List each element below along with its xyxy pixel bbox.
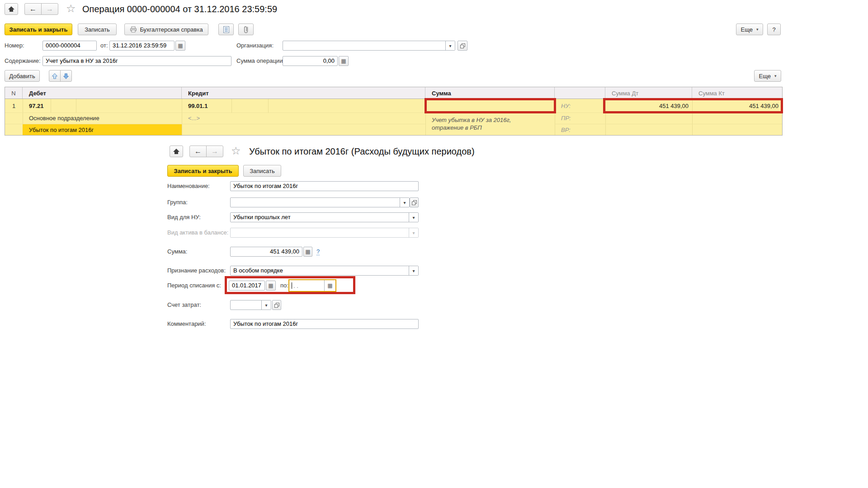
- recognition-label: Признание расходов:: [167, 266, 226, 276]
- home-button[interactable]: [170, 145, 183, 157]
- name-input[interactable]: Убыток по итогам 2016г: [230, 181, 419, 191]
- pr-tag-cell[interactable]: ПР:: [555, 113, 605, 124]
- sum-comment-line2: отражение в РБП: [432, 124, 511, 131]
- date-input[interactable]: 31.12.2016 23:59:59: [109, 41, 175, 51]
- debit-subconto-selected-cell[interactable]: Убыток по итогам 2016г: [23, 124, 182, 135]
- back-button[interactable]: ←: [189, 145, 207, 157]
- show-postings-button[interactable]: [218, 23, 234, 35]
- col-header-n[interactable]: N: [5, 87, 23, 99]
- forward-button[interactable]: →: [41, 3, 58, 15]
- chevron-down-icon[interactable]: ▾: [409, 213, 418, 222]
- operation-sum-label: Сумма операции:: [236, 56, 284, 66]
- printer-icon: [130, 26, 137, 33]
- chevron-down-icon: ▾: [756, 27, 759, 32]
- chevron-down-icon[interactable]: ▾: [400, 198, 409, 207]
- calculator-icon[interactable]: ▦: [303, 247, 312, 257]
- credit-account-cell[interactable]: 99.01.1: [182, 99, 231, 113]
- row-number-cell[interactable]: 1: [5, 99, 23, 113]
- cost-account-open-button[interactable]: [272, 300, 281, 310]
- sum-comment-line1: Учет убытка в НУ за 2016г,: [432, 116, 511, 124]
- document-list-icon: [223, 26, 230, 33]
- content-input[interactable]: Учет убытка в НУ за 2016г: [42, 56, 231, 66]
- sum-value: 451 439,00: [270, 247, 299, 256]
- favorite-star-icon[interactable]: ☆: [66, 3, 76, 14]
- credit-subconto-cell[interactable]: <...>: [182, 113, 425, 124]
- col-header-sum-kt[interactable]: Сумма Кт: [692, 87, 782, 99]
- open-in-new-icon: [274, 302, 280, 308]
- op-save-label: Записать: [85, 26, 110, 33]
- sum-help-link[interactable]: ?: [316, 248, 320, 255]
- chevron-down-icon[interactable]: ▾: [409, 266, 418, 275]
- cost-account-label: Счет затрат:: [167, 300, 201, 310]
- accounting-reference-button[interactable]: Бухгалтерская справка: [124, 23, 208, 35]
- annotation-box-sum: [425, 98, 556, 113]
- help-button[interactable]: ?: [767, 23, 781, 35]
- item-save-close-button[interactable]: Записать и закрыть: [167, 165, 239, 177]
- organization-open-button[interactable]: [458, 41, 467, 51]
- forward-icon: →: [46, 5, 53, 13]
- cost-account-combo[interactable]: ▾: [230, 300, 271, 310]
- open-in-new-icon: [460, 43, 466, 49]
- grid-more-button[interactable]: Еще ▾: [754, 70, 781, 82]
- col-header-debit[interactable]: Дебет: [23, 87, 182, 99]
- accounting-reference-label: Бухгалтерская справка: [140, 26, 203, 33]
- nu-kind-label: Вид для НУ:: [167, 212, 201, 222]
- organization-value: [283, 41, 445, 50]
- calculator-icon[interactable]: ▦: [339, 56, 349, 66]
- group-combo[interactable]: ▾: [230, 197, 410, 207]
- op-save-close-button[interactable]: Записать и закрыть: [5, 23, 72, 35]
- balance-kind-value: [231, 228, 409, 237]
- nu-kind-value: Убытки прошлых лет: [231, 213, 409, 222]
- forward-button[interactable]: →: [206, 145, 223, 157]
- comment-input[interactable]: Убыток по итогам 2016г: [230, 319, 419, 329]
- chevron-down-icon: ▾: [774, 74, 777, 78]
- app-screen: ← → ☆ Операция 0000-000004 от 31.12.2016…: [0, 0, 868, 488]
- date-value: 31.12.2016 23:59:59: [113, 41, 166, 50]
- home-icon: [7, 5, 15, 13]
- debit-account-cell[interactable]: 97.21: [23, 99, 51, 113]
- item-window-title: Убыток по итогам 2016г (Расходы будущих …: [249, 146, 475, 157]
- content-value: Учет убытка в НУ за 2016г: [46, 56, 118, 66]
- date-from-label: от:: [100, 41, 108, 51]
- debit-department-cell[interactable]: Основное подразделение: [23, 113, 182, 124]
- operation-sum-input[interactable]: 0,00: [283, 56, 338, 66]
- recognition-combo[interactable]: В особом порядке ▾: [230, 266, 419, 276]
- item-save-label: Записать: [250, 168, 275, 174]
- operation-sum-value: 0,00: [323, 56, 335, 66]
- back-icon: ←: [29, 5, 37, 13]
- organization-label: Организация:: [236, 41, 274, 51]
- calendar-icon[interactable]: ▦: [175, 41, 185, 51]
- organization-combo[interactable]: ▾: [283, 41, 455, 51]
- favorite-star-icon[interactable]: ☆: [231, 145, 241, 156]
- operation-window-title: Операция 0000-000004 от 31.12.2016 23:59…: [82, 4, 277, 14]
- vr-tag-cell[interactable]: ВР:: [555, 124, 605, 135]
- nu-tag-cell[interactable]: НУ:: [555, 99, 605, 113]
- chevron-down-icon[interactable]: ▾: [261, 300, 271, 310]
- annotation-box-period: [225, 276, 355, 294]
- attachments-button[interactable]: [238, 23, 254, 35]
- col-header-sum-dt[interactable]: Сумма Дт: [605, 87, 692, 99]
- add-row-button[interactable]: Добавить: [5, 70, 40, 82]
- chevron-down-icon[interactable]: ▾: [445, 41, 455, 50]
- col-header-credit[interactable]: Кредит: [182, 87, 425, 99]
- add-row-label: Добавить: [9, 73, 35, 80]
- home-button[interactable]: [5, 3, 18, 15]
- move-row-down-button[interactable]: [60, 70, 72, 82]
- name-label: Наименование:: [167, 181, 210, 191]
- col-header-sum[interactable]: Сумма: [425, 87, 555, 99]
- number-input[interactable]: 0000-000004: [42, 41, 97, 51]
- group-open-button[interactable]: [410, 197, 419, 207]
- back-button[interactable]: ←: [24, 3, 42, 15]
- col-header-taxkind[interactable]: [555, 87, 605, 99]
- op-more-button[interactable]: Еще ▾: [736, 23, 763, 35]
- nu-kind-combo[interactable]: Убытки прошлых лет ▾: [230, 212, 419, 222]
- balance-kind-combo: ▾: [230, 228, 419, 238]
- forward-icon: →: [211, 147, 218, 155]
- sum-comment-cell[interactable]: Учет убытка в НУ за 2016г, отражение в Р…: [425, 113, 555, 135]
- op-save-button[interactable]: Записать: [78, 23, 117, 35]
- op-more-label: Еще: [741, 26, 753, 33]
- move-row-up-button[interactable]: [49, 70, 61, 82]
- sum-input[interactable]: 451 439,00: [230, 247, 302, 257]
- item-save-button[interactable]: Записать: [243, 165, 281, 177]
- balance-kind-label: Вид актива в балансе:: [167, 228, 228, 238]
